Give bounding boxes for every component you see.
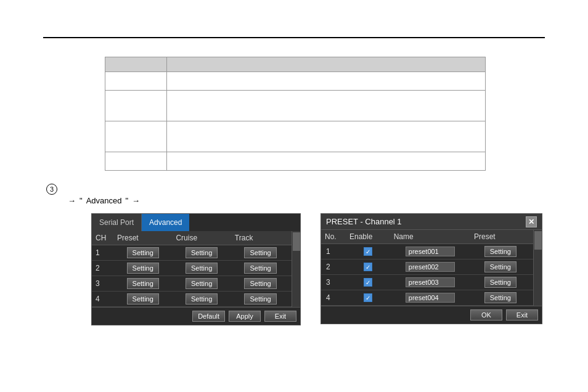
ok-button[interactable]: OK — [470, 309, 502, 321]
ch-1: 1 — [92, 245, 113, 261]
track-setting-1-btn[interactable]: Setting — [244, 247, 276, 258]
checkbox-3[interactable] — [364, 278, 372, 287]
dialog-right-titlebar: PRESET - Channel 1 ✕ — [321, 214, 542, 230]
ch-3: 3 — [92, 276, 113, 292]
name-3 — [390, 275, 470, 290]
preset-setting-right-1-btn[interactable]: Setting — [484, 246, 517, 257]
col-enable: Enable — [346, 230, 390, 244]
no-3: 3 — [321, 275, 346, 290]
tab-serial-port[interactable]: Serial Port — [92, 214, 142, 231]
col-name: Name — [390, 230, 470, 244]
dialog-right-title: PRESET - Channel 1 — [326, 217, 402, 226]
preset-setting-right-3-btn[interactable]: Setting — [484, 277, 517, 288]
preset-setting-right-4-btn[interactable]: Setting — [484, 292, 517, 303]
name-input-1[interactable] — [406, 247, 455, 256]
main-table — [105, 57, 486, 171]
close-button[interactable]: ✕ — [526, 216, 537, 227]
preset-btn-2: Setting — [470, 259, 531, 275]
table-row: 2 Setting — [321, 259, 542, 275]
col-ch: CH — [92, 231, 113, 245]
cruise-setting-3-btn[interactable]: Setting — [186, 278, 218, 289]
name-input-3[interactable] — [406, 277, 455, 287]
cruise-setting-1-btn[interactable]: Setting — [186, 247, 218, 258]
right-dialog-scrollbar[interactable] — [533, 230, 542, 306]
preset-setting-1-btn[interactable]: Setting — [127, 247, 159, 258]
dialog-right-footer: OK Exit — [321, 306, 542, 324]
advanced-label: Advanced — [86, 196, 122, 205]
exit-button-right[interactable]: Exit — [506, 309, 538, 321]
exit-button-left[interactable]: Exit — [264, 311, 296, 322]
arrow-line: → " Advanced " → — [68, 196, 140, 205]
table-row: 3 Setting Setting Setting — [92, 276, 300, 292]
col-cruise: Cruise — [172, 231, 231, 245]
name-1 — [390, 244, 470, 259]
dialog-left-footer: Default Apply Exit — [92, 307, 300, 325]
enable-4 — [346, 290, 390, 306]
row4-col1 — [105, 152, 167, 171]
table-row: 1 Setting — [321, 244, 542, 259]
cruise-setting-4-btn[interactable]: Setting — [186, 293, 218, 304]
ptx-advanced-dialog: Serial Port Advanced CH Preset Cruise Tr… — [91, 213, 301, 325]
row2-col2 — [167, 91, 486, 121]
default-button[interactable]: Default — [192, 311, 225, 322]
preset-table: No. Enable Name Preset 1 Setting 2 Setti… — [321, 230, 542, 306]
scrollbar-thumb-right — [534, 231, 542, 250]
col2-header — [167, 57, 486, 72]
table-row: 4 Setting — [321, 290, 542, 306]
row3-col1 — [105, 121, 167, 152]
checkbox-4[interactable] — [364, 293, 372, 302]
cruise-setting-2-btn[interactable]: Setting — [186, 263, 218, 274]
quote-open: " — [80, 196, 83, 205]
ch-2: 2 — [92, 261, 113, 276]
checkbox-2[interactable] — [364, 263, 372, 271]
no-2: 2 — [321, 259, 346, 275]
step-number: 3 — [46, 184, 57, 195]
scrollbar-thumb — [293, 232, 300, 251]
quote-close: " — [125, 196, 128, 205]
cruise-4: Setting — [172, 292, 231, 307]
name-4 — [390, 290, 470, 306]
track-2: Setting — [231, 261, 290, 276]
apply-button[interactable]: Apply — [229, 311, 261, 322]
track-setting-3-btn[interactable]: Setting — [244, 278, 276, 289]
no-1: 1 — [321, 244, 346, 259]
preset-btn-3: Setting — [470, 275, 531, 290]
col-no: No. — [321, 230, 346, 244]
preset-setting-2-btn[interactable]: Setting — [127, 263, 159, 274]
cruise-2: Setting — [172, 261, 231, 276]
ch-4: 4 — [92, 292, 113, 307]
preset-2: Setting — [113, 261, 172, 276]
col-preset: Preset — [113, 231, 172, 245]
row2-col1 — [105, 91, 167, 121]
track-setting-4-btn[interactable]: Setting — [244, 293, 276, 304]
table-row: 1 Setting Setting Setting — [92, 245, 300, 261]
checkbox-1[interactable] — [364, 247, 372, 256]
col-track: Track — [231, 231, 290, 245]
table-row: 2 Setting Setting Setting — [92, 261, 300, 276]
track-3: Setting — [231, 276, 290, 292]
row1-col1 — [105, 72, 167, 91]
name-input-4[interactable] — [406, 293, 455, 303]
top-rule — [43, 37, 545, 38]
table-row: 3 Setting — [321, 275, 542, 290]
enable-1 — [346, 244, 390, 259]
preset-setting-right-2-btn[interactable]: Setting — [484, 261, 517, 272]
name-2 — [390, 259, 470, 275]
tab-advanced[interactable]: Advanced — [142, 214, 189, 231]
preset-setting-4-btn[interactable]: Setting — [127, 293, 159, 304]
no-4: 4 — [321, 290, 346, 306]
preset-4: Setting — [113, 292, 172, 307]
name-input-2[interactable] — [406, 262, 455, 272]
preset-1: Setting — [113, 245, 172, 261]
left-dialog-scrollbar[interactable] — [292, 231, 300, 307]
arrow2: → — [132, 196, 140, 205]
preset-btn-1: Setting — [470, 244, 531, 259]
cruise-1: Setting — [172, 245, 231, 261]
dialog-left-titlebar: Serial Port Advanced — [92, 214, 300, 231]
preset-channel-dialog: PRESET - Channel 1 ✕ No. Enable Name Pre… — [321, 213, 542, 324]
ptx-table: CH Preset Cruise Track 1 Setting Setting… — [92, 231, 300, 307]
preset-setting-3-btn[interactable]: Setting — [127, 278, 159, 289]
track-setting-2-btn[interactable]: Setting — [244, 263, 276, 274]
preset-3: Setting — [113, 276, 172, 292]
arrow1: → — [68, 196, 76, 205]
